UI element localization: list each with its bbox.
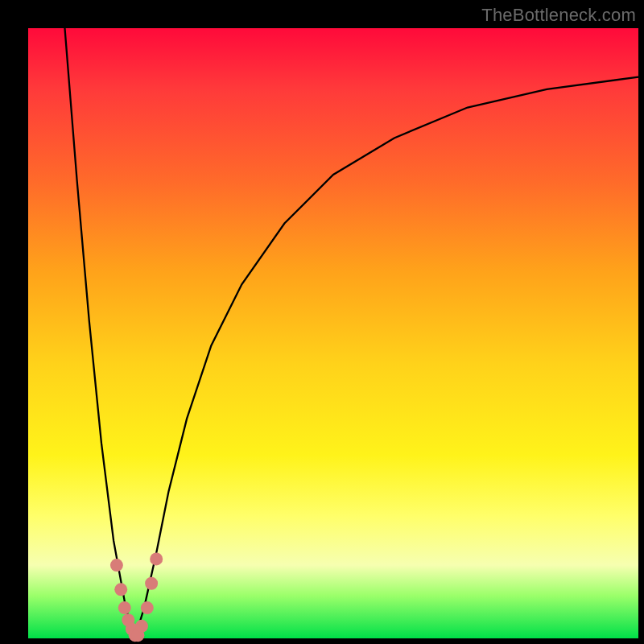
- plot-area: [28, 28, 638, 638]
- watermark-text: TheBottleneck.com: [481, 5, 636, 26]
- curve-group: [64, 28, 638, 638]
- data-marker: [145, 577, 158, 590]
- data-marker: [110, 559, 123, 572]
- data-marker: [114, 583, 127, 596]
- data-marker: [141, 601, 154, 614]
- chart-frame: TheBottleneck.com: [0, 0, 644, 644]
- data-marker: [150, 552, 163, 565]
- marker-group: [110, 552, 163, 642]
- data-marker: [135, 620, 148, 633]
- chart-svg: [28, 28, 638, 638]
- curve-left-branch: [64, 28, 134, 638]
- data-marker: [118, 601, 131, 614]
- curve-right-branch: [135, 77, 638, 638]
